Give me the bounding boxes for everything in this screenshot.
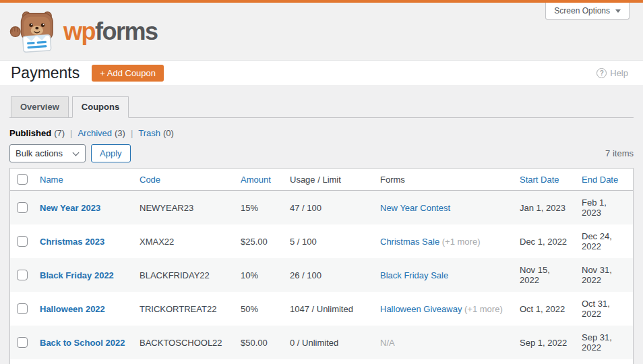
forms-cell: Summer Contest (+3 more) [373,359,513,364]
coupon-name-link[interactable]: Black Friday 2022 [40,270,114,280]
chevron-down-icon [615,9,621,13]
column-header-usage-limit: Usage / Limit [283,169,373,191]
coupon-row: Back to School 2022BACKTOSCHOOL22$50.000… [10,326,633,359]
coupon-row: Summer 2022SUMMER22$35.0076 / 100Summer … [10,359,633,364]
select-all-checkbox[interactable] [17,174,28,185]
filter-trash-count: (0) [163,128,174,138]
code-cell: NEWYEAR23 [133,191,234,225]
end-date-cell: Aug 31, 2022 [575,359,633,364]
start-date-cell: Nov 15, 2022 [513,258,575,292]
code-cell: XMAX22 [133,224,234,258]
end-date-cell: Sep 31, 2022 [575,326,633,359]
help-label: Help [610,68,628,78]
name-cell: Summer 2022 [33,359,133,364]
end-date-cell: Feb 1, 2023 [575,191,633,225]
row-checkbox[interactable] [17,303,28,314]
question-circle-icon: ? [596,68,607,78]
filter-published[interactable]: Published (7) [9,128,65,138]
row-select-cell [10,326,33,359]
row-checkbox[interactable] [17,337,28,348]
end-date-cell: Oct 31, 2022 [575,292,633,326]
coupons-table-card: NameCodeAmountUsage / LimitFormsStart Da… [9,168,634,364]
start-date-cell: Dec 1, 2022 [513,224,575,258]
column-header-forms: Forms [373,169,513,191]
wordmark-wp: wp [63,18,95,45]
row-checkbox[interactable] [17,236,28,247]
page-header: Payments + Add Coupon ? Help [0,61,643,85]
forms-cell: Halloween Giveaway (+1 more) [373,292,513,326]
column-header-end-date: End Date [575,169,633,191]
filter-published-label: Published [9,128,51,138]
coupon-name-link[interactable]: Christmas 2023 [40,237,104,247]
bulk-actions-select-wrap: Bulk actions [9,144,86,162]
start-date-cell: Sep 1, 2022 [513,326,575,359]
name-cell: Halloween 2022 [33,292,133,326]
column-header-amount: Amount [234,169,283,191]
end-date-cell: Dec 24, 2022 [575,224,633,258]
sort-link-code[interactable]: Code [140,175,160,185]
amount-cell: $25.00 [234,224,283,258]
form-link[interactable]: Halloween Giveaway [380,304,462,314]
wpforms-logo: wpforms [9,10,158,53]
screen-options-button[interactable]: Screen Options [545,3,630,20]
row-select-cell [10,258,33,292]
name-cell: New Year 2023 [33,191,133,225]
amount-cell: $50.00 [234,326,283,359]
forms-na-label: N/A [380,338,395,348]
brand-bar: wpforms Screen Options [0,3,643,61]
items-count: 7 items [605,148,634,158]
usage-cell: 0 / Unlimited [283,326,373,359]
header-row: NameCodeAmountUsage / LimitFormsStart Da… [10,169,633,191]
form-link[interactable]: Black Friday Sale [380,270,448,280]
apply-button[interactable]: Apply [91,144,131,162]
end-date-cell: Nov 31, 2022 [575,258,633,292]
page-title: Payments [11,65,80,81]
select-all-cell [10,169,33,191]
filter-published-count: (7) [54,128,65,138]
sort-link-end-date[interactable]: End Date [582,175,618,185]
code-cell: BLACKFRIDAY22 [133,258,234,292]
column-header-code: Code [133,169,234,191]
row-checkbox[interactable] [17,270,28,280]
name-cell: Black Friday 2022 [33,258,133,292]
filter-archived[interactable]: Archived (3) [78,128,125,138]
coupon-name-link[interactable]: New Year 2023 [40,203,100,213]
sort-link-amount[interactable]: Amount [241,175,271,185]
status-filter-links: Published (7) | Archived (3) | Trash (0) [9,128,634,138]
content-area: Overview Coupons Published (7) | Archive… [0,85,643,364]
forms-cell: Black Friday Sale [373,258,513,292]
coupon-name-link[interactable]: Back to School 2022 [40,338,125,348]
filter-trash[interactable]: Trash (0) [138,128,174,138]
filter-archived-count: (3) [115,128,125,138]
row-select-cell [10,292,33,326]
row-select-cell [10,191,33,225]
bulk-actions-select[interactable]: Bulk actions [9,144,86,162]
sort-link-name[interactable]: Name [40,175,63,185]
screen-options-label: Screen Options [554,6,610,16]
add-coupon-button[interactable]: + Add Coupon [92,65,164,82]
filter-trash-label[interactable]: Trash [138,128,160,138]
table-head: NameCodeAmountUsage / LimitFormsStart Da… [10,169,633,191]
start-date-cell: Oct 1, 2022 [513,292,575,326]
wordmark-forms: forms [95,18,158,45]
coupons-table: NameCodeAmountUsage / LimitFormsStart Da… [10,169,633,364]
code-cell: TRICKORTREAT22 [133,292,234,326]
coupon-row: New Year 2023NEWYEAR2315%47 / 100New Yea… [10,191,633,225]
column-header-name: Name [33,169,133,191]
filter-archived-label[interactable]: Archived [78,128,112,138]
usage-cell: 26 / 100 [283,258,373,292]
coupon-name-link[interactable]: Halloween 2022 [40,304,105,314]
usage-cell: 76 / 100 [283,359,373,364]
form-link[interactable]: Christmas Sale [380,237,439,247]
tab-overview[interactable]: Overview [11,96,69,118]
column-label-usage-limit: Usage / Limit [290,175,341,185]
row-select-cell [10,224,33,258]
coupon-row: Black Friday 2022BLACKFRIDAY2210%26 / 10… [10,258,633,292]
start-date-cell: Jan 1, 2023 [513,191,575,225]
help-link[interactable]: ? Help [596,68,628,78]
form-link[interactable]: New Year Contest [380,203,450,213]
forms-cell: N/A [373,326,513,359]
tab-coupons[interactable]: Coupons [72,96,129,118]
row-checkbox[interactable] [17,202,28,213]
sort-link-start-date[interactable]: Start Date [520,175,559,185]
